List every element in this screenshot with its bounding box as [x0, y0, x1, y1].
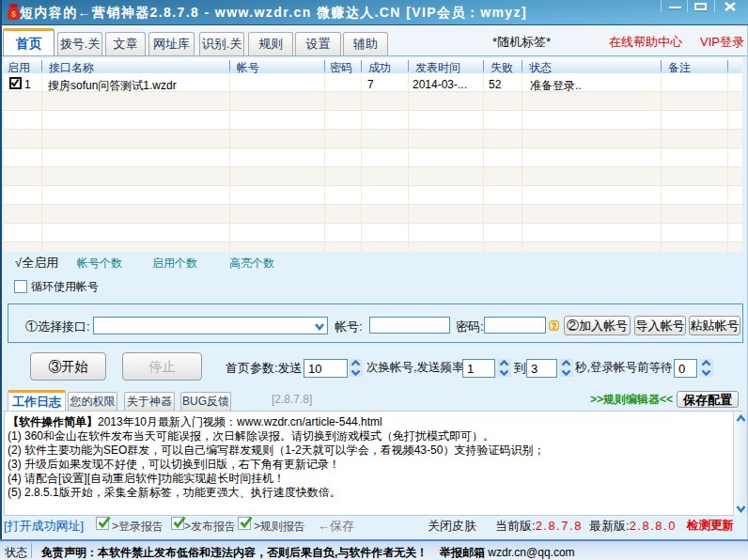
svg-text:$: $ — [11, 9, 16, 19]
